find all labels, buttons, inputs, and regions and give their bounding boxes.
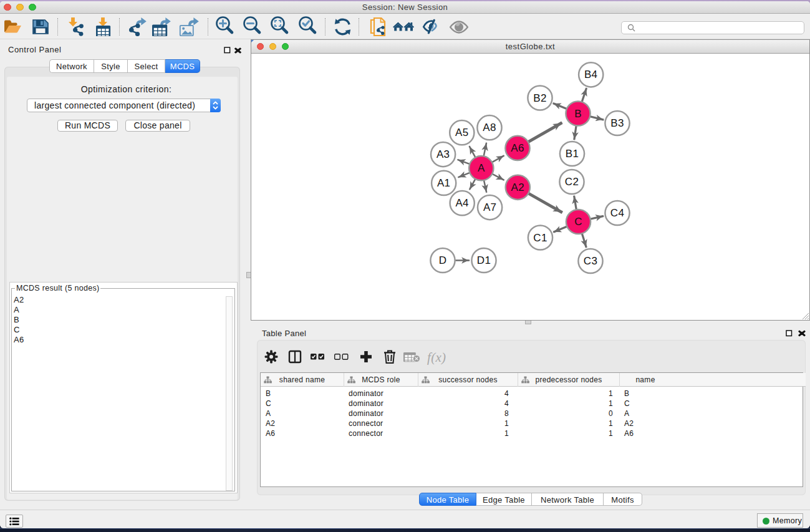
- svg-text:C4: C4: [610, 207, 624, 219]
- svg-text:A7: A7: [483, 201, 496, 213]
- svg-text:A3: A3: [436, 148, 450, 160]
- svg-text:C3: C3: [584, 255, 597, 267]
- svg-text:A2: A2: [511, 181, 524, 193]
- svg-text:B1: B1: [566, 148, 579, 160]
- svg-text:B2: B2: [533, 92, 546, 104]
- svg-text:C1: C1: [533, 232, 547, 244]
- svg-text:B4: B4: [584, 69, 597, 80]
- svg-text:D1: D1: [477, 254, 491, 266]
- svg-text:B: B: [574, 108, 582, 120]
- svg-text:A: A: [478, 162, 485, 174]
- svg-text:C: C: [574, 216, 582, 228]
- svg-text:D: D: [439, 254, 447, 266]
- svg-text:A4: A4: [455, 197, 468, 209]
- svg-text:C2: C2: [565, 176, 579, 188]
- svg-text:A6: A6: [511, 142, 524, 154]
- svg-text:A5: A5: [455, 127, 468, 138]
- svg-text:B3: B3: [610, 117, 624, 129]
- svg-text:A8: A8: [483, 122, 496, 133]
- svg-text:A1: A1: [437, 177, 450, 189]
